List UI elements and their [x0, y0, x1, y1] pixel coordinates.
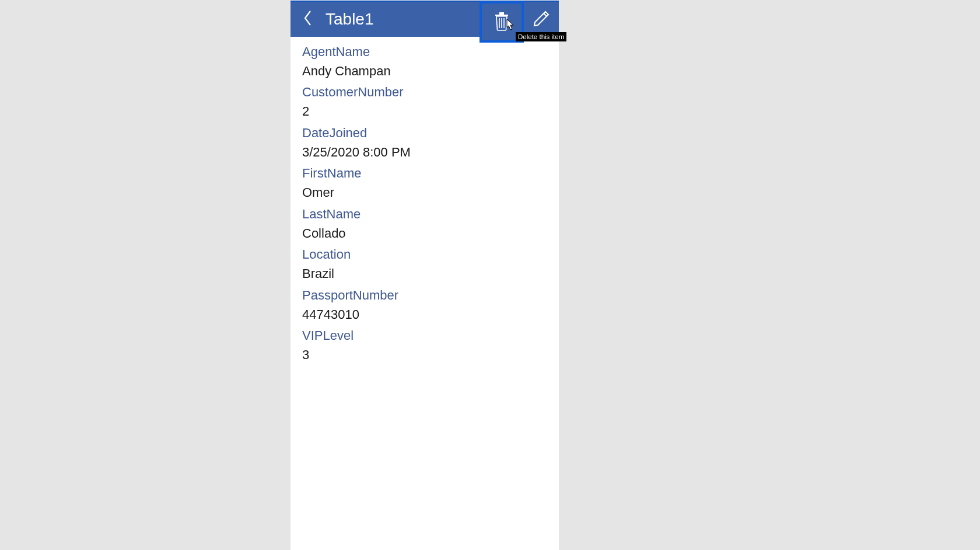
field-value: 3 — [302, 346, 547, 364]
field-value: 3/25/2020 8:00 PM — [302, 143, 547, 162]
field-value: 2 — [302, 102, 547, 121]
chevron-left-icon — [303, 10, 313, 29]
field-lastname: LastName Collado — [302, 206, 547, 242]
field-passportnumber: PassportNumber 44743010 — [302, 287, 547, 323]
field-customernumber: CustomerNumber 2 — [302, 84, 547, 120]
field-value: Omer — [302, 183, 547, 202]
back-button[interactable] — [290, 2, 326, 37]
field-label: Location — [302, 246, 547, 263]
svg-rect-1 — [499, 12, 504, 15]
field-value: Andy Champan — [302, 62, 547, 81]
field-firstname: FirstName Omer — [302, 165, 547, 201]
field-label: VIPLevel — [302, 328, 547, 344]
app-frame: Table1 — [290, 1, 559, 550]
app-header: Table1 — [290, 2, 559, 37]
tooltip-delete: Delete this item — [516, 32, 566, 41]
page-title: Table1 — [326, 10, 374, 29]
pencil-icon — [533, 10, 550, 30]
svg-rect-0 — [495, 15, 508, 16]
field-value: Collado — [302, 224, 547, 243]
field-label: PassportNumber — [302, 287, 547, 304]
field-value: 44743010 — [302, 305, 547, 324]
field-datejoined: DateJoined 3/25/2020 8:00 PM — [302, 125, 547, 161]
trash-icon — [493, 11, 510, 33]
field-location: Location Brazil — [302, 246, 547, 283]
field-viplevel: VIPLevel 3 — [302, 328, 547, 364]
field-label: DateJoined — [302, 125, 547, 142]
field-label: AgentName — [302, 44, 547, 61]
svg-line-5 — [544, 13, 547, 16]
field-label: CustomerNumber — [302, 84, 547, 101]
field-agentname: AgentName Andy Champan — [302, 44, 547, 80]
field-label: LastName — [302, 206, 547, 223]
field-value: Brazil — [302, 264, 547, 283]
field-label: FirstName — [302, 165, 547, 182]
record-detail: AgentName Andy Champan CustomerNumber 2 … — [290, 37, 559, 380]
